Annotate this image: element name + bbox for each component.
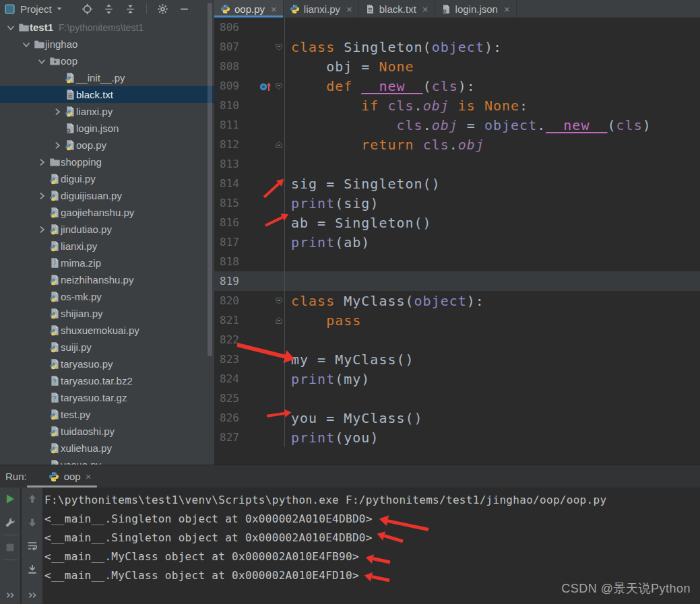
code-line-807[interactable]: 807class Singleton(object): xyxy=(214,37,700,57)
rerun-icon[interactable] xyxy=(4,493,16,505)
code-line-811[interactable]: 811 cls.obj = object.__new__(cls) xyxy=(214,115,700,135)
tree-item-taryasuo.py[interactable]: taryasuo.py xyxy=(0,356,214,372)
tree-item-__init__.py[interactable]: __init__.py xyxy=(0,69,214,86)
code-token: print xyxy=(291,234,335,250)
tree-item-oop[interactable]: oop xyxy=(0,53,214,69)
code-line-809[interactable]: 809 def __new__(cls): xyxy=(214,76,700,96)
chevron-right-icon[interactable] xyxy=(50,140,65,151)
tree-item-test.py[interactable]: test.py xyxy=(0,406,214,423)
fold-marker-icon[interactable] xyxy=(275,43,283,51)
close-icon[interactable]: × xyxy=(86,471,92,482)
code-line-812[interactable]: 812 return cls.obj xyxy=(214,135,700,154)
code-line-818[interactable]: 818 xyxy=(214,252,700,271)
close-icon[interactable]: × xyxy=(271,4,277,14)
code-line-822[interactable]: 822 xyxy=(214,330,700,349)
code-text: class MyClass(object): xyxy=(285,293,484,309)
tree-item-jinghao[interactable]: jinghao xyxy=(0,36,214,53)
line-number: 806 xyxy=(214,21,244,34)
code-line-827[interactable]: 827print(you) xyxy=(214,428,700,447)
tree-item-taryasuo.tar.bz2[interactable]: ?taryasuo.tar.bz2 xyxy=(0,372,214,389)
wrench-icon[interactable] xyxy=(4,516,16,529)
stop-icon[interactable] xyxy=(4,541,16,553)
locate-icon[interactable] xyxy=(82,3,93,15)
tree-item-lianxi.py[interactable]: lianxi.py xyxy=(0,238,214,255)
close-icon[interactable]: × xyxy=(504,4,510,14)
line-number: 826 xyxy=(214,411,244,424)
hide-icon[interactable] xyxy=(179,3,190,15)
tree-item-jindutiao.py[interactable]: jindutiao.py xyxy=(0,221,214,238)
tab-black.txt[interactable]: black.txt× xyxy=(359,0,435,18)
tree-item-shijian.py[interactable]: shijian.py xyxy=(0,305,214,322)
tree-item-mima.zip[interactable]: mima.zip xyxy=(0,255,214,271)
tree-item-label: test.py xyxy=(61,409,90,420)
code-area[interactable]: 806807class Singleton(object):808 obj = … xyxy=(214,18,700,465)
more-icon[interactable] xyxy=(4,589,16,601)
code-line-808[interactable]: 808 obj = None xyxy=(214,57,700,76)
close-icon[interactable]: × xyxy=(422,4,428,14)
toolbar-separator xyxy=(3,535,18,535)
fold-slot xyxy=(274,37,285,57)
chevron-right-icon[interactable] xyxy=(34,191,49,201)
soft-wrap-icon[interactable] xyxy=(26,540,38,552)
chevron-down-icon[interactable] xyxy=(19,39,34,50)
more-icon[interactable] xyxy=(26,589,38,601)
folder-icon xyxy=(49,156,61,168)
tree-item-suiji.py[interactable]: suiji.py xyxy=(0,339,214,356)
tree-scrollbar[interactable] xyxy=(208,3,212,356)
tree-item-taryasuo.tar.gz[interactable]: ?taryasuo.tar.gz xyxy=(0,389,214,406)
code-line-815[interactable]: 815print(sig) xyxy=(214,193,700,213)
tab-oop.py[interactable]: oop.py× xyxy=(214,0,284,18)
chevron-down-icon[interactable] xyxy=(55,4,64,13)
run-tab-oop[interactable]: oop × xyxy=(44,465,96,488)
project-toolbar xyxy=(82,3,190,15)
tree-item-login.json[interactable]: login.json xyxy=(0,120,214,137)
code-line-806[interactable]: 806 xyxy=(214,18,700,37)
expand-all-icon[interactable] xyxy=(103,3,115,15)
code-line-824[interactable]: 824print(my) xyxy=(214,369,700,389)
chevron-right-icon[interactable] xyxy=(50,106,65,117)
tree-item-lianxi.py[interactable]: lianxi.py xyxy=(0,103,214,120)
close-icon[interactable]: × xyxy=(346,4,352,14)
scroll-end-icon[interactable] xyxy=(26,564,38,576)
chevron-spacer xyxy=(34,241,49,252)
tree-item-black.txt[interactable]: black.txt xyxy=(0,86,214,103)
gear-icon[interactable] xyxy=(157,3,168,15)
up-icon[interactable] xyxy=(26,493,38,505)
code-text: return cls.obj xyxy=(285,137,484,153)
overrides-method-icon[interactable] xyxy=(259,80,272,92)
tree-item-diguijisuan.py[interactable]: diguijisuan.py xyxy=(0,187,214,204)
tree-item-shuxuemokuai.py[interactable]: shuxuemokuai.py xyxy=(0,322,214,339)
tree-item-os-mk.py[interactable]: os-mk.py xyxy=(0,288,214,305)
fold-marker-icon[interactable] xyxy=(275,141,283,149)
down-icon[interactable] xyxy=(26,516,38,529)
code-line-821[interactable]: 821 pass xyxy=(214,310,700,330)
tree-item-neizhihanshu.py[interactable]: neizhihanshu.py xyxy=(0,271,214,288)
tab-login.json[interactable]: login.json× xyxy=(435,0,517,18)
tree-item-oop.py[interactable]: oop.py xyxy=(0,137,214,154)
run-label: Run: xyxy=(5,471,27,482)
code-line-825[interactable]: 825 xyxy=(214,389,700,408)
tree-item-yasuo.py[interactable]: yasuo.py xyxy=(0,457,214,465)
code-line-817[interactable]: 817print(ab) xyxy=(214,232,700,252)
tree-item-gaojiehanshu.py[interactable]: gaojiehanshu.py xyxy=(0,204,214,221)
tree-item-digui.py[interactable]: digui.py xyxy=(0,170,214,187)
chevron-down-icon[interactable] xyxy=(34,56,49,67)
code-line-819[interactable]: 819 xyxy=(214,271,700,291)
tree-item-xuliehua.py[interactable]: xuliehua.py xyxy=(0,440,214,457)
tree-item-test1[interactable]: test1F:\pythonitems\test1 xyxy=(0,19,214,36)
chevron-right-icon[interactable] xyxy=(34,157,49,168)
tree-item-tuidaoshi.py[interactable]: tuidaoshi.py xyxy=(0,423,214,440)
code-line-820[interactable]: 820class MyClass(object): xyxy=(214,291,700,310)
fold-marker-icon[interactable] xyxy=(275,316,283,325)
chevron-down-icon[interactable] xyxy=(3,22,18,33)
tree-item-shopping[interactable]: shopping xyxy=(0,154,214,170)
fold-marker-icon[interactable] xyxy=(275,82,283,90)
tree-item-label: taryasuo.tar.bz2 xyxy=(61,375,133,387)
chevron-right-icon[interactable] xyxy=(34,224,49,235)
tab-lianxi.py[interactable]: lianxi.py× xyxy=(284,0,359,18)
code-line-810[interactable]: 810 if cls.obj is None: xyxy=(214,96,700,115)
code-line-813[interactable]: 813 xyxy=(214,154,700,174)
fold-marker-icon[interactable] xyxy=(275,297,283,305)
collapse-all-icon[interactable] xyxy=(125,3,136,15)
code-line-814[interactable]: 814sig = Singleton() xyxy=(214,174,700,193)
